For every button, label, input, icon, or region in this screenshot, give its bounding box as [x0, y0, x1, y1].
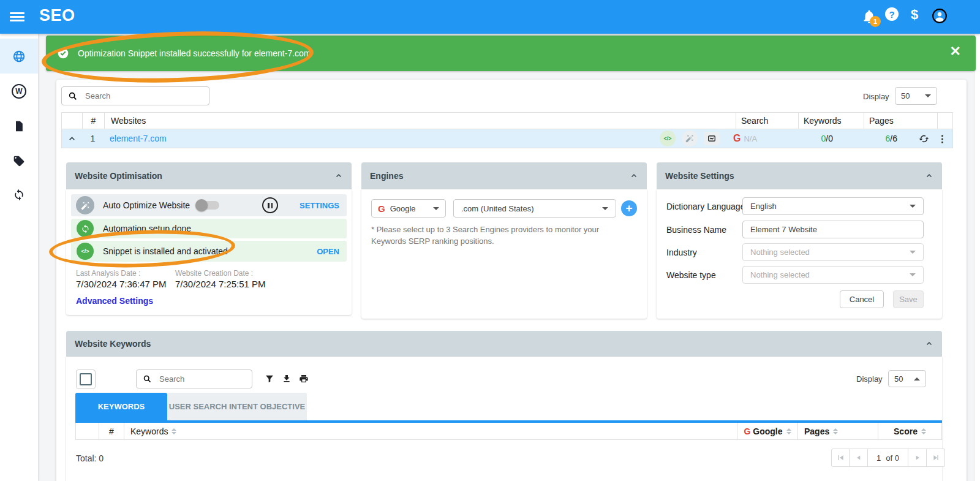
row-actions-cell: ⋮ [913, 129, 952, 148]
row-collapse-button[interactable] [62, 129, 82, 148]
websites-search-input[interactable] [84, 91, 203, 101]
business-name-input[interactable] [743, 225, 923, 234]
filter-icon[interactable] [265, 374, 274, 384]
row-pages-cell: 6/6 [845, 129, 913, 148]
keywords-panel-header: Website Keywords [66, 331, 942, 357]
col-websites: Websites [105, 113, 736, 129]
website-type-select[interactable]: Nothing selected [742, 266, 924, 284]
engine-region-select[interactable]: .com (United States) [453, 199, 616, 218]
settings-panel-body: Dictionary Language English Business Nam… [657, 189, 942, 319]
chevron-down-icon [602, 207, 608, 210]
settings-link[interactable]: SETTINGS [300, 201, 339, 210]
banner-message: Optimization Snippet installed successfu… [78, 48, 311, 58]
keywords-total: /0 [826, 134, 833, 143]
collapse-chevron-icon[interactable] [334, 172, 343, 180]
websites-display-value: 50 [901, 91, 910, 100]
snippet-code-icon: </> [77, 243, 94, 260]
dictionary-language-select[interactable]: English [742, 197, 924, 215]
sidebar-item-keywords[interactable] [0, 143, 38, 178]
engine-provider-select[interactable]: G Google [371, 199, 446, 218]
sort-icon [921, 428, 926, 434]
col-pages: Pages [864, 113, 938, 129]
wordpress-icon: W [12, 84, 26, 99]
google-icon: G [744, 426, 750, 436]
document-icon [13, 120, 25, 132]
globe-icon [12, 50, 26, 63]
kw-col-pages-label: Pages [804, 426, 829, 436]
cancel-button[interactable]: Cancel [840, 290, 884, 308]
pagination-next-button[interactable] [908, 449, 927, 467]
pages-current: 6 [886, 134, 891, 143]
col-keywords: Keywords [799, 113, 864, 129]
app-title: SEO [39, 6, 75, 25]
kw-col-keywords[interactable]: Keywords [124, 423, 737, 439]
open-link[interactable]: OPEN [317, 247, 339, 256]
kw-col-score[interactable]: Score [878, 423, 941, 439]
keywords-search-input[interactable] [158, 374, 268, 384]
auto-optimize-label: Auto Optimize Website [103, 200, 190, 210]
scrollbar[interactable] [974, 34, 980, 481]
engines-panel-header: Engines [361, 162, 647, 189]
websites-table: # Websites Search Keywords Pages 1 eleme… [61, 112, 953, 148]
sidebar-item-wordpress[interactable]: W [0, 74, 38, 108]
engines-panel-body: G Google .com (United States) + * Please… [361, 189, 647, 319]
chevron-down-icon [910, 273, 916, 276]
help-icon[interactable]: ? [885, 7, 899, 21]
chevron-down-icon [910, 205, 916, 208]
select-all-checkbox[interactable] [76, 369, 96, 389]
pagination-last-button[interactable] [927, 449, 945, 467]
engines-note: * Please select up to 3 Search Engines p… [371, 224, 616, 247]
keywords-display-select[interactable]: 50 [888, 370, 926, 387]
col-num: # [83, 113, 105, 129]
kw-col-pages[interactable]: Pages [798, 423, 878, 439]
websites-display-select[interactable]: 50 [895, 87, 937, 105]
search-icon [68, 91, 78, 101]
print-icon[interactable] [299, 374, 309, 384]
collapse-chevron-icon[interactable] [925, 339, 933, 348]
collapse-chevron-icon[interactable] [925, 172, 933, 180]
total-label: Total: 0 [76, 453, 104, 463]
website-type-value: Nothing selected [750, 270, 810, 279]
sidebar-item-pages[interactable] [0, 108, 38, 143]
kw-col-google[interactable]: G Google [737, 423, 798, 439]
tab-keywords[interactable]: KEYWORDS [75, 393, 167, 420]
add-engine-button[interactable]: + [621, 200, 637, 216]
auto-optimize-icon[interactable] [682, 131, 698, 146]
billing-dollar-icon[interactable]: $ [911, 7, 918, 23]
snippet-code-icon[interactable]: </> [660, 131, 676, 146]
kw-col-num: # [99, 423, 124, 439]
website-type-label: Website type [666, 270, 716, 280]
pagination-prev-button[interactable] [850, 449, 868, 467]
optimisation-panel-body: Auto Optimize Website SETTINGS Automatio… [66, 189, 352, 315]
sidebar-item-automation[interactable] [0, 177, 38, 212]
website-link[interactable]: element-7.com [110, 134, 167, 143]
sidebar-item-websites[interactable] [0, 39, 38, 74]
pagination-first-button[interactable] [831, 449, 850, 467]
engine-provider-value: Google [390, 204, 416, 213]
websites-display-label: Display [863, 92, 889, 101]
website-row: 1 element-7.com </> G N/A 0/0 6/6 [61, 129, 953, 148]
save-button[interactable]: Save [893, 290, 924, 308]
tab-user-search-intent[interactable]: USER SEARCH INTENT OBJECTIVE [167, 393, 307, 420]
banner-close-icon[interactable]: ✕ [950, 45, 961, 58]
last-analysis-value: 7/30/2024 7:36:47 PM [76, 279, 167, 289]
websites-search [61, 86, 209, 105]
collapse-chevron-icon[interactable] [630, 172, 638, 180]
advanced-settings-link[interactable]: Advanced Settings [76, 296, 153, 306]
report-image-icon[interactable] [704, 132, 720, 145]
auto-optimize-toggle[interactable] [197, 201, 219, 210]
hamburger-menu-icon[interactable] [10, 10, 24, 23]
chevron-up-icon [914, 377, 920, 381]
download-icon[interactable] [282, 374, 292, 384]
pause-icon[interactable] [262, 197, 278, 213]
google-icon: G [378, 203, 385, 214]
industry-select[interactable]: Nothing selected [742, 243, 924, 261]
automation-status-label: Automation setup done [103, 224, 191, 233]
settings-title: Website Settings [665, 171, 734, 181]
row-websites-cell: element-7.com </> [104, 129, 728, 148]
kebab-menu-icon[interactable]: ⋮ [938, 133, 948, 145]
account-icon[interactable] [932, 8, 948, 24]
sort-icon [172, 428, 176, 434]
creation-date-value: 7/30/2024 7:25:51 PM [175, 279, 266, 289]
refresh-icon[interactable] [919, 134, 929, 144]
